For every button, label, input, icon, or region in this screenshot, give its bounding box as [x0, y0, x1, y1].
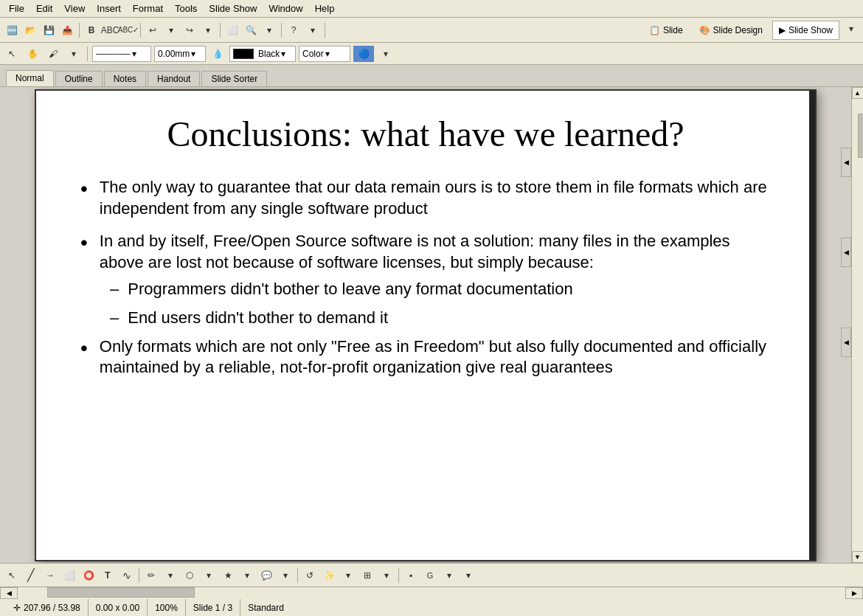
- status-bar: ✛ 207.96 / 53.98 0.00 x 0.00 100% Slide …: [0, 598, 863, 616]
- bullet-text-1: The only way to guarantee that our data …: [100, 177, 771, 219]
- redo-drop-btn[interactable]: ▾: [199, 22, 217, 38]
- freeform-btn[interactable]: ✏: [142, 567, 160, 584]
- layout-section: Standard: [240, 599, 291, 616]
- color-btn2[interactable]: 🔵: [353, 46, 374, 62]
- panel-expand-mid[interactable]: ◀: [841, 238, 851, 267]
- sub-list: – Programmers didn't bother to leave any…: [110, 279, 771, 328]
- spell-btn[interactable]: ABC: [101, 22, 119, 38]
- tab-outline[interactable]: Outline: [55, 71, 103, 86]
- hand-btn[interactable]: ✋: [24, 46, 41, 62]
- menu-file[interactable]: File: [3, 1, 30, 15]
- open-btn[interactable]: 📂: [21, 22, 39, 38]
- bold-btn[interactable]: B: [83, 22, 100, 38]
- scroll-left-btn[interactable]: ◀: [0, 587, 18, 599]
- paint-drop-btn[interactable]: ▾: [65, 46, 83, 62]
- help-drop-btn[interactable]: ▾: [304, 22, 322, 38]
- scroll-up-btn[interactable]: ▲: [852, 87, 864, 99]
- sep4: [281, 23, 282, 38]
- menu-insert[interactable]: Insert: [91, 1, 127, 15]
- group-drop-btn[interactable]: ▾: [440, 567, 458, 584]
- slide-btn[interactable]: 📋 Slide: [642, 21, 690, 40]
- undo-btn[interactable]: ↩: [144, 22, 162, 38]
- cursor-btn[interactable]: ↖: [3, 46, 21, 62]
- group-btn[interactable]: G: [421, 567, 439, 584]
- effects-btn[interactable]: ✨: [320, 567, 338, 584]
- slide-title: Conclusions: what have we learned?: [36, 91, 815, 170]
- panel-expand-top[interactable]: ◀: [841, 148, 851, 177]
- arrow-right-btn[interactable]: →: [41, 567, 59, 584]
- slide-design-btn[interactable]: 🎨 Slide Design: [693, 21, 769, 40]
- stars-drop-btn[interactable]: ▾: [238, 567, 256, 584]
- paint-btn[interactable]: 🖌: [44, 46, 62, 62]
- sub-item-2: – End users didn't bother to demand it: [110, 308, 771, 329]
- export-btn[interactable]: 📤: [58, 22, 76, 38]
- scroll-thumb-v[interactable]: [858, 114, 864, 158]
- scroll-down-btn[interactable]: ▼: [852, 551, 864, 563]
- panel-expand-bot[interactable]: ◀: [841, 328, 851, 357]
- toolbar-secondary: ↖ ✋ 🖌 ▾ ────── ▾ 0.00mm ▾ 💧 Black ▾ Colo…: [0, 43, 863, 65]
- menu-view[interactable]: View: [58, 1, 91, 15]
- new-btn[interactable]: 🆕: [3, 22, 21, 38]
- freeform-drop-btn[interactable]: ▾: [162, 567, 179, 584]
- zoom-drop-btn[interactable]: ▾: [260, 22, 278, 38]
- callout-drop-btn[interactable]: ▾: [277, 567, 294, 584]
- slide-show-btn[interactable]: ▶ Slide Show: [772, 21, 839, 40]
- sep2: [140, 23, 141, 38]
- more-shapes-btn[interactable]: ▾: [460, 567, 477, 584]
- eyedropper-btn[interactable]: 💧: [209, 46, 226, 62]
- callout-btn[interactable]: 💬: [257, 567, 275, 584]
- ellipse-btn[interactable]: ⭕: [80, 567, 97, 584]
- h-scroll-track[interactable]: [18, 587, 845, 599]
- menu-format[interactable]: Format: [127, 1, 169, 15]
- color-combo[interactable]: Black ▾: [229, 46, 296, 62]
- save-btn[interactable]: 💾: [40, 22, 58, 38]
- align-btn[interactable]: ⊞: [358, 567, 376, 584]
- rotate-btn[interactable]: ↺: [301, 567, 319, 584]
- flowchart-btn[interactable]: ⬡: [181, 567, 198, 584]
- color-mode-value: Color: [302, 49, 324, 59]
- more-btn[interactable]: ▾: [842, 21, 860, 37]
- text-btn[interactable]: T: [99, 567, 117, 584]
- spellcheck-btn[interactable]: ABC✓: [119, 22, 137, 38]
- color-mode-combo[interactable]: Color ▾: [299, 46, 350, 62]
- redo-btn[interactable]: ↪: [181, 22, 198, 38]
- sep5: [325, 23, 325, 38]
- stars-btn[interactable]: ★: [219, 567, 237, 584]
- sep6: [87, 46, 88, 61]
- h-scroll-thumb[interactable]: [47, 587, 195, 598]
- color-preview: [233, 49, 254, 59]
- tab-normal[interactable]: Normal: [6, 70, 54, 86]
- slide-icon: 📋: [649, 25, 660, 35]
- coords-value: 207.96 / 53.98: [24, 603, 80, 613]
- tab-handout[interactable]: Handout: [148, 71, 200, 86]
- flowchart-drop-btn[interactable]: ▾: [200, 567, 218, 584]
- line-style-combo[interactable]: ────── ▾: [92, 46, 151, 62]
- zoom-btn[interactable]: 🔍: [242, 22, 260, 38]
- curve-btn[interactable]: ∿: [118, 567, 136, 584]
- line-btn[interactable]: ╱: [22, 567, 40, 584]
- slide-canvas[interactable]: Conclusions: what have we learned? • The…: [35, 89, 817, 561]
- color-drop-btn[interactable]: ▾: [377, 46, 395, 62]
- undo-drop-btn[interactable]: ▾: [162, 22, 180, 38]
- menu-help[interactable]: Help: [309, 1, 341, 15]
- line-width-combo[interactable]: 0.00mm ▾: [154, 46, 206, 62]
- rect-btn[interactable]: ⬜: [60, 567, 78, 584]
- menu-slideshow[interactable]: Slide Show: [203, 1, 263, 15]
- tab-slide-sorter[interactable]: Slide Sorter: [201, 71, 267, 86]
- tab-notes[interactable]: Notes: [104, 71, 146, 86]
- draw-btn[interactable]: ⬜: [223, 22, 241, 38]
- menu-edit[interactable]: Edit: [30, 1, 58, 15]
- menu-tools[interactable]: Tools: [169, 1, 203, 15]
- menu-window[interactable]: Window: [263, 1, 308, 15]
- scroll-right-btn[interactable]: ▶: [845, 587, 863, 599]
- effects-drop-btn[interactable]: ▾: [339, 567, 357, 584]
- color-arrow: ▾: [281, 49, 285, 59]
- select-btn[interactable]: ↖: [3, 567, 21, 584]
- shadow-btn[interactable]: ▪: [402, 567, 420, 584]
- bullet-item-1: • The only way to guarantee that our dat…: [80, 177, 771, 219]
- toolbar-nav-group: ↩ ▾ ↪ ▾: [144, 22, 217, 38]
- align-drop-btn[interactable]: ▾: [378, 567, 395, 584]
- help-btn[interactable]: ?: [285, 22, 302, 38]
- slide-show-icon: ▶: [779, 25, 786, 35]
- color-mode-arrow: ▾: [325, 49, 330, 59]
